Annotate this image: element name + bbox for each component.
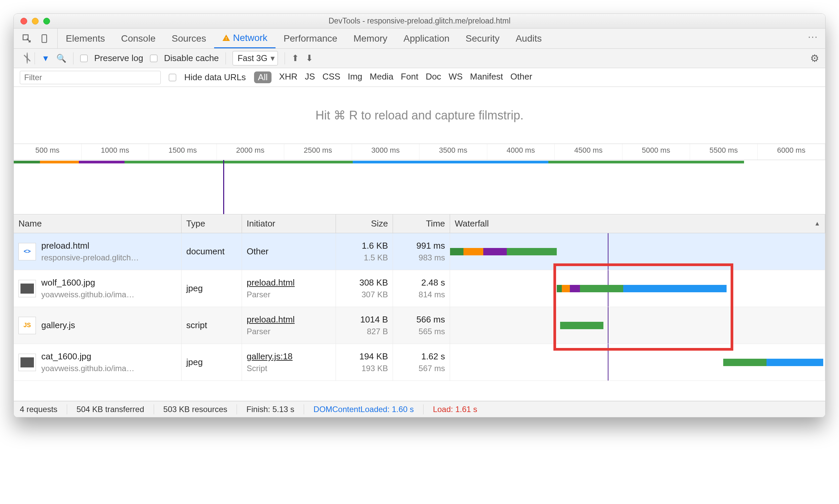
time: 2.48 s xyxy=(421,277,445,288)
col-time[interactable]: Time xyxy=(393,214,450,233)
tick: 3500 ms xyxy=(420,144,487,160)
titlebar: DevTools - responsive-preload.glitch.me/… xyxy=(14,14,825,29)
zoom-icon[interactable] xyxy=(43,18,50,24)
kebab-menu-icon[interactable]: ⋮ xyxy=(807,32,819,43)
tick: 1000 ms xyxy=(82,144,149,160)
file-icon xyxy=(18,280,36,297)
minimize-icon[interactable] xyxy=(32,18,39,24)
size: 308 KB xyxy=(359,277,388,288)
tab-performance[interactable]: Performance xyxy=(275,29,345,48)
tick: 2000 ms xyxy=(217,144,285,160)
time: 991 ms xyxy=(416,240,445,251)
filter-type-font[interactable]: Font xyxy=(401,71,418,83)
devtools-window: DevTools - responsive-preload.glitch.me/… xyxy=(14,14,825,417)
col-initiator[interactable]: Initiator xyxy=(242,214,336,233)
throttling-select[interactable]: Fast 3G xyxy=(233,51,278,66)
preserve-log-label: Preserve log xyxy=(94,53,143,64)
time: 1.62 s xyxy=(421,351,445,362)
initiator-link[interactable]: gallery.js:18 xyxy=(247,351,331,362)
highlight-box xyxy=(553,264,733,350)
filter-type-doc[interactable]: Doc xyxy=(426,71,441,83)
tab-sources[interactable]: Sources xyxy=(163,29,214,48)
tab-memory[interactable]: Memory xyxy=(345,29,395,48)
load-marker xyxy=(223,160,224,214)
request-type: jpeg xyxy=(182,344,242,380)
time: 566 ms xyxy=(416,314,445,325)
tick: 5500 ms xyxy=(690,144,758,160)
filter-type-css[interactable]: CSS xyxy=(322,71,340,83)
file-icon: JS xyxy=(18,317,36,334)
request-name: preload.html xyxy=(41,240,139,251)
initiator-link: Other xyxy=(247,246,331,257)
status-resources: 503 KB resources xyxy=(163,405,228,414)
svg-rect-1 xyxy=(42,35,47,42)
tick: 500 ms xyxy=(14,144,82,160)
tab-elements[interactable]: Elements xyxy=(58,29,113,48)
filter-type-js[interactable]: JS xyxy=(305,71,315,83)
settings-icon[interactable]: ⚙ xyxy=(810,52,819,64)
tab-audits[interactable]: Audits xyxy=(507,29,550,48)
preserve-log-checkbox[interactable] xyxy=(80,55,88,62)
status-bar: 4 requests 504 KB transferred 503 KB res… xyxy=(14,401,825,417)
request-domain: yoavweiss.github.io/ima… xyxy=(41,290,134,299)
panel-tabs: ElementsConsoleSourcesNetworkPerformance… xyxy=(14,29,825,49)
initiator-link[interactable]: preload.html xyxy=(247,277,331,288)
timeline-overview[interactable]: 500 ms1000 ms1500 ms2000 ms2500 ms3000 m… xyxy=(14,144,825,214)
status-dcl: DOMContentLoaded: 1.60 s xyxy=(314,405,414,414)
request-name: cat_1600.jpg xyxy=(41,351,134,362)
status-transferred: 504 KB transferred xyxy=(76,405,144,414)
request-domain: yoavweiss.github.io/ima… xyxy=(41,364,134,373)
request-name: wolf_1600.jpg xyxy=(41,277,134,288)
col-name[interactable]: Name xyxy=(14,214,182,233)
network-toolbar: ▼ 🔍 Preserve log Disable cache Fast 3G ⬆… xyxy=(14,49,825,68)
size: 1014 B xyxy=(360,314,388,325)
filter-type-xhr[interactable]: XHR xyxy=(279,71,297,83)
tick: 5000 ms xyxy=(623,144,690,160)
tick: 4500 ms xyxy=(555,144,623,160)
filter-type-manifest[interactable]: Manifest xyxy=(470,71,503,83)
tab-application[interactable]: Application xyxy=(395,29,458,48)
filter-input[interactable] xyxy=(20,71,161,84)
tick: 4000 ms xyxy=(487,144,555,160)
request-domain: responsive-preload.glitch… xyxy=(41,253,139,263)
status-finish: Finish: 5.13 s xyxy=(246,405,294,414)
tick: 6000 ms xyxy=(758,144,825,160)
filmstrip-hint: Hit ⌘ R to reload and capture filmstrip. xyxy=(316,108,523,123)
status-load: Load: 1.61 s xyxy=(433,405,477,414)
file-icon xyxy=(18,354,36,371)
col-waterfall[interactable]: Waterfall▲ xyxy=(450,214,825,233)
status-requests: 4 requests xyxy=(20,405,57,414)
col-type[interactable]: Type xyxy=(182,214,242,233)
close-icon[interactable] xyxy=(20,18,27,24)
col-size[interactable]: Size xyxy=(336,214,393,233)
hide-data-urls-label: Hide data URLs xyxy=(184,72,246,83)
filmstrip-area: Hit ⌘ R to reload and capture filmstrip. xyxy=(14,87,825,144)
download-har-icon[interactable]: ⬇ xyxy=(306,53,313,64)
filter-type-other[interactable]: Other xyxy=(511,71,532,83)
hide-data-urls-checkbox[interactable] xyxy=(169,74,176,81)
disable-cache-label: Disable cache xyxy=(164,53,219,64)
filter-type-all[interactable]: All xyxy=(254,71,272,83)
request-type: jpeg xyxy=(182,270,242,307)
size: 1.6 KB xyxy=(362,240,388,251)
filter-toggle-icon[interactable]: ▼ xyxy=(42,54,50,63)
tick: 1500 ms xyxy=(149,144,217,160)
request-type: script xyxy=(182,307,242,344)
clear-button[interactable] xyxy=(26,53,28,64)
disable-cache-checkbox[interactable] xyxy=(150,55,157,62)
tick: 2500 ms xyxy=(284,144,352,160)
device-toggle-icon[interactable] xyxy=(39,33,50,44)
file-icon: <> xyxy=(18,243,36,260)
initiator-link[interactable]: preload.html xyxy=(247,314,331,325)
filter-type-ws[interactable]: WS xyxy=(449,71,463,83)
inspect-element-icon[interactable] xyxy=(21,33,33,44)
request-name: gallery.js xyxy=(41,320,75,330)
filter-type-img[interactable]: Img xyxy=(348,71,362,83)
filter-type-media[interactable]: Media xyxy=(370,71,394,83)
upload-har-icon[interactable]: ⬆ xyxy=(292,53,299,64)
tab-console[interactable]: Console xyxy=(113,29,164,48)
search-icon[interactable]: 🔍 xyxy=(56,54,67,63)
tab-network[interactable]: Network xyxy=(214,29,275,48)
tab-security[interactable]: Security xyxy=(458,29,507,48)
window-title: DevTools - responsive-preload.glitch.me/… xyxy=(14,16,825,25)
